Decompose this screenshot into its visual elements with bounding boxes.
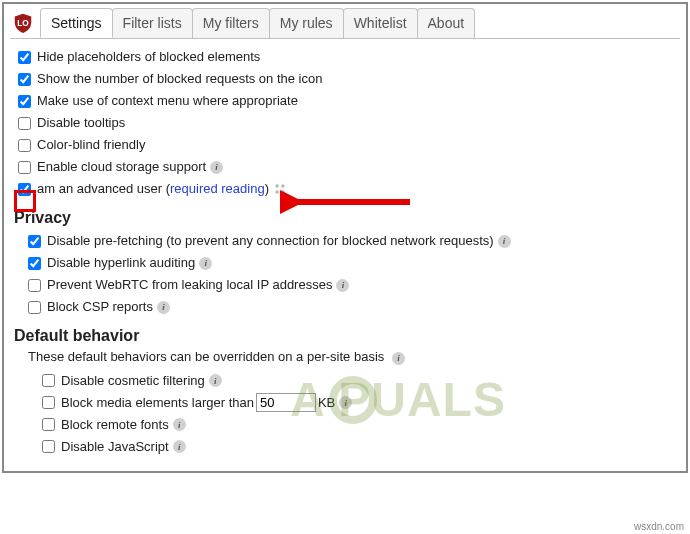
tab-settings[interactable]: Settings: [40, 8, 113, 38]
checkbox-remote-fonts[interactable]: [42, 418, 55, 431]
opt-advanced-user: am an advanced user ( required reading ): [18, 179, 676, 199]
info-icon[interactable]: i: [173, 440, 186, 453]
label-advanced-user-prefix: am an advanced user (: [37, 179, 170, 199]
opt-cloud-storage: Enable cloud storage support i: [18, 157, 676, 177]
label-webrtc: Prevent WebRTC from leaking local IP add…: [47, 275, 332, 295]
label-csp: Block CSP reports: [47, 297, 153, 317]
watermark-ring-icon: [327, 374, 379, 426]
checkbox-color-blind[interactable]: [18, 139, 31, 152]
opt-show-count: Show the number of blocked requests on t…: [18, 69, 676, 89]
opt-hide-placeholders: Hide placeholders of blocked elements: [18, 47, 676, 67]
label-show-count: Show the number of blocked requests on t…: [37, 69, 322, 89]
label-context-menu: Make use of context menu where appropria…: [37, 91, 298, 111]
checkbox-cloud-storage[interactable]: [18, 161, 31, 174]
label-cosmetic-filtering: Disable cosmetic filtering: [61, 371, 205, 391]
checkbox-disable-tooltips[interactable]: [18, 117, 31, 130]
label-block-media-pre: Block media elements larger than: [61, 393, 254, 413]
tab-my-rules[interactable]: My rules: [269, 8, 344, 38]
checkbox-block-media[interactable]: [42, 396, 55, 409]
label-hide-placeholders: Hide placeholders of blocked elements: [37, 47, 260, 67]
svg-text:LO: LO: [17, 19, 29, 28]
opt-prefetching: Disable pre-fetching (to prevent any con…: [28, 231, 676, 251]
svg-point-6: [333, 380, 373, 420]
gear-icon[interactable]: [273, 182, 287, 196]
checkbox-webrtc[interactable]: [28, 279, 41, 292]
opt-csp: Block CSP reports i: [28, 297, 676, 317]
info-icon[interactable]: i: [498, 235, 511, 248]
checkbox-hide-placeholders[interactable]: [18, 51, 31, 64]
ublock-shield-icon: LO: [12, 12, 34, 34]
heading-privacy: Privacy: [14, 209, 676, 227]
subtext-default-behavior: These default behaviors can be overridde…: [28, 349, 676, 365]
info-icon[interactable]: i: [157, 301, 170, 314]
info-icon[interactable]: i: [209, 374, 222, 387]
checkbox-cosmetic-filtering[interactable]: [42, 374, 55, 387]
checkbox-disable-js[interactable]: [42, 440, 55, 453]
link-required-reading[interactable]: required reading: [170, 179, 265, 199]
checkbox-csp[interactable]: [28, 301, 41, 314]
opt-disable-tooltips: Disable tooltips: [18, 113, 676, 133]
checkbox-prefetching[interactable]: [28, 235, 41, 248]
opt-disable-js: Disable JavaScript i: [42, 437, 676, 457]
info-icon[interactable]: i: [210, 161, 223, 174]
label-advanced-user-suffix: ): [265, 179, 269, 199]
label-hyperlink-auditing: Disable hyperlink auditing: [47, 253, 195, 273]
svg-point-3: [275, 190, 279, 194]
input-media-size[interactable]: [256, 393, 316, 412]
checkbox-show-count[interactable]: [18, 73, 31, 86]
tab-about[interactable]: About: [417, 8, 476, 38]
label-disable-tooltips: Disable tooltips: [37, 113, 125, 133]
svg-point-4: [281, 190, 285, 194]
checkbox-context-menu[interactable]: [18, 95, 31, 108]
heading-default-behavior: Default behavior: [14, 327, 676, 345]
info-icon[interactable]: i: [173, 418, 186, 431]
opt-webrtc: Prevent WebRTC from leaking local IP add…: [28, 275, 676, 295]
svg-point-2: [281, 184, 285, 188]
checkbox-advanced-user[interactable]: [18, 183, 31, 196]
label-prefetching: Disable pre-fetching (to prevent any con…: [47, 231, 494, 251]
tab-my-filters[interactable]: My filters: [192, 8, 270, 38]
label-remote-fonts: Block remote fonts: [61, 415, 169, 435]
checkbox-hyperlink-auditing[interactable]: [28, 257, 41, 270]
info-icon[interactable]: i: [336, 279, 349, 292]
info-icon[interactable]: i: [199, 257, 212, 270]
tab-bar: LO Settings Filter lists My filters My r…: [10, 8, 680, 39]
label-color-blind: Color-blind friendly: [37, 135, 145, 155]
label-disable-js: Disable JavaScript: [61, 437, 169, 457]
opt-color-blind: Color-blind friendly: [18, 135, 676, 155]
opt-context-menu: Make use of context menu where appropria…: [18, 91, 676, 111]
tab-whitelist[interactable]: Whitelist: [343, 8, 418, 38]
opt-hyperlink-auditing: Disable hyperlink auditing i: [28, 253, 676, 273]
info-icon[interactable]: i: [392, 352, 405, 365]
label-cloud-storage: Enable cloud storage support: [37, 157, 206, 177]
tab-filter-lists[interactable]: Filter lists: [112, 8, 193, 38]
footer-attribution: wsxdn.com: [634, 521, 684, 532]
svg-point-1: [275, 184, 279, 188]
